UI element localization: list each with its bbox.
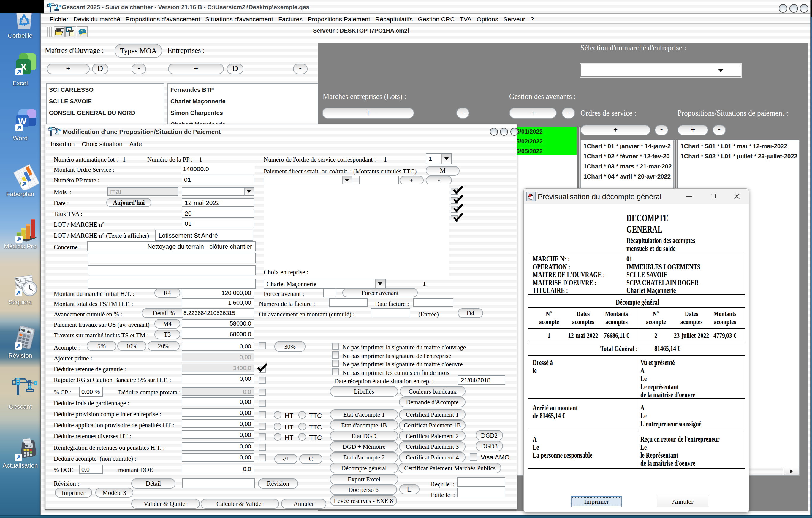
svg-text:58.8: 58.8 bbox=[24, 444, 32, 448]
